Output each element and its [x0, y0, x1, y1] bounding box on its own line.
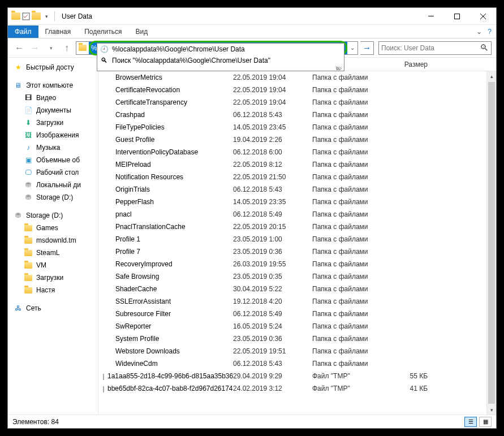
tab-file[interactable]: Файл — [8, 25, 38, 38]
sidebar-steaml[interactable]: SteamL — [8, 247, 98, 259]
sidebar-games[interactable]: Games — [8, 222, 98, 234]
file-row[interactable]: PnaclTranslationCache22.05.2019 20:15Пап… — [98, 221, 496, 233]
sidebar-this-pc[interactable]: 🖥Этот компьюте — [8, 79, 98, 92]
sidebar-documents[interactable]: 📄Документы — [8, 104, 98, 116]
folder-icon — [24, 223, 33, 232]
file-row[interactable]: 1a1aa855-2d18-4c99-96b6-d815aa35b36e...2… — [98, 370, 496, 382]
scroll-down-icon[interactable]: ▾ — [487, 405, 496, 415]
file-row[interactable]: CertificateTransparency22.05.2019 19:04П… — [98, 96, 496, 109]
sidebar-localdisk[interactable]: ⛃Локальный ди — [8, 179, 98, 191]
file-row[interactable]: CertificateRevocation22.05.2019 19:04Пап… — [98, 84, 496, 96]
maximize-button[interactable] — [444, 8, 470, 25]
objects-icon: ▣ — [24, 156, 33, 165]
sidebar-music[interactable]: ♪Музыка — [8, 141, 98, 154]
status-item-count: Элементов: 84 — [12, 418, 59, 426]
file-date: 26.03.2019 19:55 — [233, 260, 312, 268]
file-date: 22.05.2019 19:51 — [233, 347, 312, 355]
file-type: Папка с файлами — [312, 148, 391, 156]
scroll-up-icon[interactable]: ▴ — [487, 71, 496, 81]
file-row[interactable]: Guest Profile19.04.2019 2:26Папка с файл… — [98, 133, 496, 146]
file-name: Guest Profile — [115, 136, 154, 144]
sidebar-downloads[interactable]: ⬇Загрузки — [8, 116, 98, 129]
help-icon[interactable]: ? — [488, 28, 492, 36]
file-row[interactable]: Profile 723.05.2019 0:36Папка с файлами — [98, 245, 496, 258]
file-name: WidevineCdm — [115, 360, 158, 368]
suggest-search-item[interactable]: 🔍︎ Поиск "%localappdata%\Google\Chrome\U… — [97, 55, 344, 66]
forward-button[interactable]: → — [28, 41, 42, 55]
close-button[interactable] — [470, 8, 496, 25]
file-type: Файл "TMP" — [312, 372, 391, 380]
qat-dropdown-icon[interactable]: ▾ — [42, 12, 51, 21]
resize-handle-icon[interactable] — [97, 66, 344, 71]
file-row[interactable]: MEIPreload22.05.2019 8:12Папка с файлами — [98, 158, 496, 171]
sidebar-pictures[interactable]: 🖼Изображения — [8, 129, 98, 141]
file-row[interactable]: Profile 123.05.2019 1:00Папка с файлами — [98, 233, 496, 245]
suggest-history-item[interactable]: 🕘 %localappdata%\Google\Chrome\User Data — [97, 44, 344, 55]
disk-icon: ⛃ — [14, 211, 23, 220]
file-date: 24.02.2019 3:12 — [233, 385, 312, 392]
sidebar-nastya[interactable]: Настя — [8, 284, 98, 296]
search-box[interactable]: 🔍︎ — [378, 41, 492, 55]
file-row[interactable]: FileTypePolicies14.05.2019 23:45Папка с … — [98, 121, 496, 133]
file-row[interactable]: PepperFlash14.05.2019 23:35Папка с файла… — [98, 196, 496, 208]
file-size: 41 КБ — [391, 385, 437, 392]
file-row[interactable]: Crashpad06.12.2018 5:43Папка с файлами — [98, 109, 496, 121]
file-row[interactable]: Webstore Downloads22.05.2019 19:51Папка … — [98, 345, 496, 357]
file-row[interactable]: Subresource Filter06.12.2018 5:49Папка с… — [98, 308, 496, 320]
qat-properties-icon[interactable] — [21, 12, 31, 21]
file-row[interactable]: Safe Browsing23.05.2019 0:35Папка с файл… — [98, 270, 496, 283]
file-row[interactable]: InterventionPolicyDatabase06.12.2018 6:0… — [98, 146, 496, 158]
file-row[interactable]: RecoveryImproved26.03.2019 19:55Папка с … — [98, 258, 496, 270]
up-button[interactable]: ↑ — [60, 41, 74, 55]
sidebar-msdownld[interactable]: msdownld.tm — [8, 234, 98, 247]
search-input[interactable] — [381, 44, 480, 52]
tab-view[interactable]: Вид — [128, 25, 154, 38]
sidebar-downloads2[interactable]: Загрузки — [8, 271, 98, 284]
file-row[interactable]: ShaderCache30.04.2019 5:22Папка с файлам… — [98, 283, 496, 295]
ribbon-expand-icon[interactable]: ⌄ — [476, 28, 482, 36]
file-type: Папка с файлами — [312, 74, 391, 81]
address-dropdown-icon[interactable]: ⌄ — [347, 45, 357, 51]
file-row[interactable]: pnacl06.12.2018 5:49Папка с файлами — [98, 208, 496, 221]
scroll-thumb[interactable] — [488, 82, 495, 404]
header-size[interactable]: Размер — [391, 61, 437, 68]
file-name: RecoveryImproved — [115, 260, 173, 268]
file-type: Папка с файлами — [312, 98, 391, 106]
sidebar-desktop[interactable]: 🖵Рабочий стол — [8, 166, 98, 179]
sidebar-network[interactable]: 🖧Сеть — [8, 302, 98, 314]
file-type: Файл "TMP" — [312, 385, 391, 392]
svg-rect-1 — [428, 16, 434, 16]
file-row[interactable]: System Profile23.05.2019 0:36Папка с фай… — [98, 333, 496, 345]
file-type: Папка с файлами — [312, 260, 391, 268]
sidebar-storage-d2[interactable]: ⛃Storage (D:) — [8, 209, 98, 222]
sidebar-storage-d[interactable]: ⛃Storage (D:) — [8, 191, 98, 204]
sidebar-quick-access[interactable]: ★Быстрый досту — [8, 61, 98, 74]
file-row[interactable]: bbe65dbf-82ca-4c07-bab8-f2d967d26174...2… — [98, 382, 496, 395]
recent-dropdown[interactable]: ▾ — [44, 41, 58, 55]
folder-icon — [103, 260, 112, 269]
sidebar-3dobjects[interactable]: ▣Объемные об — [8, 154, 98, 166]
file-date: 06.12.2018 5:49 — [233, 210, 312, 218]
view-icons-button[interactable]: ▦ — [479, 417, 492, 427]
file-row[interactable]: SSLErrorAssistant19.12.2018 4:20Папка с … — [98, 295, 496, 308]
search-icon[interactable]: 🔍︎ — [480, 43, 489, 53]
sidebar-vm[interactable]: VM — [8, 259, 98, 271]
folder-icon — [24, 286, 33, 295]
file-date: 22.05.2019 19:04 — [233, 86, 312, 94]
tab-home[interactable]: Главная — [38, 25, 78, 38]
scrollbar[interactable]: ▴ ▾ — [486, 71, 496, 415]
go-button[interactable]: → — [360, 41, 374, 55]
file-type: Папка с файлами — [312, 123, 391, 131]
qat-newfolder-icon[interactable] — [32, 12, 41, 21]
tab-share[interactable]: Поделиться — [77, 25, 128, 38]
sidebar-video[interactable]: 🎞Видео — [8, 92, 98, 104]
file-row[interactable]: Notification Resources22.05.2019 21:50Па… — [98, 171, 496, 183]
file-row[interactable]: OriginTrials06.12.2018 5:43Папка с файла… — [98, 183, 496, 196]
file-type: Папка с файлами — [312, 347, 391, 355]
file-row[interactable]: SwReporter16.05.2019 5:24Папка с файлами — [98, 320, 496, 333]
back-button[interactable]: ← — [12, 41, 26, 55]
view-details-button[interactable]: ☰ — [464, 417, 477, 427]
file-row[interactable]: WidevineCdm06.12.2018 5:43Папка с файлам… — [98, 357, 496, 370]
minimize-button[interactable] — [418, 8, 444, 25]
file-row[interactable]: BrowserMetrics22.05.2019 19:04Папка с фа… — [98, 71, 496, 84]
